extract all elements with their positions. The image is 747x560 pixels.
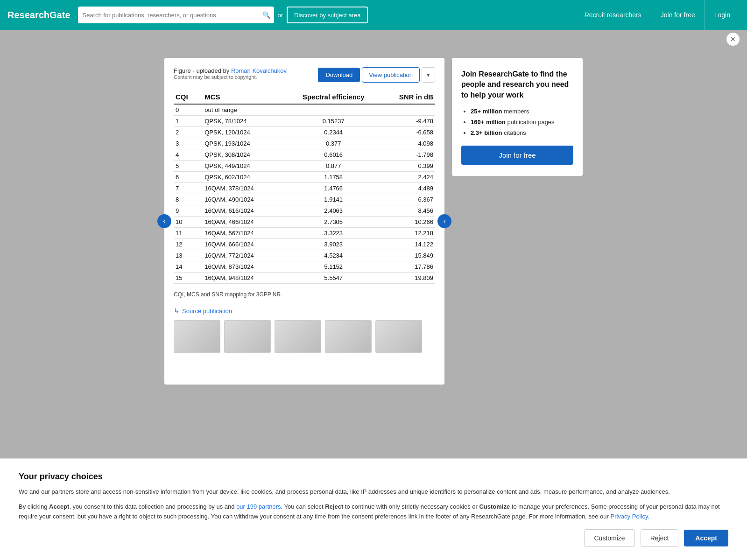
figure-actions: Download View publication ▾ bbox=[318, 67, 435, 83]
figure-caption: CQI, MCS and SNR mapping for 3GPP NR. bbox=[174, 291, 435, 298]
customize-button[interactable]: Customize bbox=[584, 529, 634, 547]
snr-cell: -4.098 bbox=[377, 138, 435, 149]
spec-cell: 5.1152 bbox=[290, 261, 377, 273]
cqi-cell: 8 bbox=[174, 194, 203, 205]
privacy-policy-link[interactable]: Privacy Policy bbox=[610, 513, 648, 520]
figure-panel: ‹ › Figure - uploaded by Roman Kovalchuk… bbox=[164, 58, 444, 385]
thumbnail-row bbox=[174, 320, 435, 353]
snr-cell: 0.399 bbox=[377, 161, 435, 172]
sidebar-stat-item: 2.3+ billion citations bbox=[471, 129, 573, 136]
table-row: 1QPSK, 78/10240.15237-9.478 bbox=[174, 116, 435, 127]
mcs-cell: 16QAM, 466/1024 bbox=[203, 217, 290, 228]
spec-cell: 3.9023 bbox=[290, 239, 377, 250]
thumbnail-2[interactable] bbox=[224, 320, 271, 353]
spec-cell: 0.15237 bbox=[290, 116, 377, 127]
spec-cell: 1.1758 bbox=[290, 172, 377, 183]
privacy-para2: By clicking Accept, you consent to this … bbox=[19, 502, 728, 522]
mcs-cell: 16QAM, 948/1024 bbox=[203, 273, 290, 284]
main-area: ‹ › Figure - uploaded by Roman Kovalchuk… bbox=[0, 30, 747, 385]
partners-link[interactable]: our 199 partners bbox=[236, 503, 281, 510]
prev-button[interactable]: ‹ bbox=[157, 214, 171, 228]
join-for-free-link[interactable]: Join for free bbox=[651, 0, 705, 30]
thumbnail-4[interactable] bbox=[325, 320, 372, 353]
more-button[interactable]: ▾ bbox=[422, 67, 435, 83]
col-snr: SNR in dB bbox=[377, 90, 435, 104]
source-pub-label: Source publication bbox=[182, 308, 232, 315]
mcs-cell: QPSK, 193/1024 bbox=[203, 138, 290, 149]
view-publication-button[interactable]: View publication bbox=[362, 67, 420, 83]
sidebar-title: Join ResearchGate to find the people and… bbox=[461, 69, 573, 100]
snr-cell: 4.489 bbox=[377, 183, 435, 194]
spec-cell: 0.6016 bbox=[290, 149, 377, 161]
header: ResearchGate 🔍 or Discover by subject ar… bbox=[0, 0, 747, 30]
search-icon: 🔍 bbox=[262, 11, 270, 19]
spec-cell: 0.377 bbox=[290, 138, 377, 149]
mcs-cell: 16QAM, 567/1024 bbox=[203, 228, 290, 239]
login-link[interactable]: Login bbox=[705, 0, 740, 30]
accept-button[interactable]: Accept bbox=[684, 530, 728, 546]
discover-button[interactable]: Discover by subject area bbox=[287, 7, 368, 23]
logo: ResearchGate bbox=[7, 10, 70, 21]
figure-meta: Figure - uploaded by Roman Kovalchukov C… bbox=[174, 67, 287, 80]
table-row: 1216QAM, 666/10243.902314.122 bbox=[174, 239, 435, 250]
cqi-cell: 9 bbox=[174, 205, 203, 217]
snr-cell: 8.456 bbox=[377, 205, 435, 217]
spec-cell: 2.7305 bbox=[290, 217, 377, 228]
table-row: 916QAM, 616/10242.40638.456 bbox=[174, 205, 435, 217]
recruit-researchers-link[interactable]: Recruit researchers bbox=[575, 0, 651, 30]
author-link[interactable]: Roman Kovalchukov bbox=[231, 67, 287, 74]
table-row: 1016QAM, 466/10242.730510.266 bbox=[174, 217, 435, 228]
cqi-cell: 15 bbox=[174, 273, 203, 284]
download-button[interactable]: Download bbox=[318, 68, 360, 82]
sidebar-panel: Join ResearchGate to find the people and… bbox=[452, 58, 583, 176]
table-header-row: CQI MCS Spectral efficiency SNR in dB bbox=[174, 90, 435, 104]
snr-cell: 19.809 bbox=[377, 273, 435, 284]
cqi-cell: 6 bbox=[174, 172, 203, 183]
search-input[interactable] bbox=[78, 7, 274, 23]
spec-cell: 2.4063 bbox=[290, 205, 377, 217]
close-icon: ✕ bbox=[730, 35, 736, 43]
reject-button[interactable]: Reject bbox=[641, 529, 679, 547]
col-cqi: CQI bbox=[174, 90, 203, 104]
table-row: 4QPSK, 308/10240.6016-1.798 bbox=[174, 149, 435, 161]
privacy-actions: Customize Reject Accept bbox=[19, 529, 728, 547]
snr-cell bbox=[377, 104, 435, 116]
spec-cell: 0.2344 bbox=[290, 127, 377, 138]
snr-cell: 15.849 bbox=[377, 250, 435, 261]
table-row: 6QPSK, 602/10241.17582.424 bbox=[174, 172, 435, 183]
privacy-banner: Your privacy choices We and our partners… bbox=[0, 458, 747, 560]
close-button[interactable]: ✕ bbox=[726, 33, 740, 46]
table-row: 1516QAM, 948/10245.554719.809 bbox=[174, 273, 435, 284]
mcs-cell: 16QAM, 873/1024 bbox=[203, 261, 290, 273]
thumbnail-5[interactable] bbox=[375, 320, 422, 353]
next-button[interactable]: › bbox=[437, 214, 451, 228]
snr-cell: 10.266 bbox=[377, 217, 435, 228]
cqi-cell: 14 bbox=[174, 261, 203, 273]
mcs-cell: 16QAM, 666/1024 bbox=[203, 239, 290, 250]
source-pub-arrow-icon: ↳ bbox=[174, 307, 179, 315]
cqi-cell: 7 bbox=[174, 183, 203, 194]
privacy-para1: We and our partners store and access non… bbox=[19, 487, 728, 497]
mcs-cell: 16QAM, 490/1024 bbox=[203, 194, 290, 205]
thumbnail-1[interactable] bbox=[174, 320, 220, 353]
uploaded-by-text: Figure - uploaded by Roman Kovalchukov bbox=[174, 67, 287, 74]
cqi-cell: 2 bbox=[174, 127, 203, 138]
cqi-cell: 0 bbox=[174, 104, 203, 116]
cqi-cell: 3 bbox=[174, 138, 203, 149]
table-row: 1316QAM, 772/10244.523415.849 bbox=[174, 250, 435, 261]
privacy-title: Your privacy choices bbox=[19, 472, 728, 482]
source-publication[interactable]: ↳ Source publication bbox=[174, 307, 435, 315]
thumbnail-3[interactable] bbox=[275, 320, 321, 353]
figure-header: Figure - uploaded by Roman Kovalchukov C… bbox=[174, 67, 435, 83]
table-row: 5QPSK, 449/10240.8770.399 bbox=[174, 161, 435, 172]
join-for-free-button[interactable]: Join for free bbox=[461, 146, 573, 165]
cqi-cell: 13 bbox=[174, 250, 203, 261]
or-text: or bbox=[278, 12, 283, 19]
mcs-cell: QPSK, 308/1024 bbox=[203, 149, 290, 161]
cqi-table: CQI MCS Spectral efficiency SNR in dB 0o… bbox=[174, 90, 435, 284]
chevron-left-icon: ‹ bbox=[163, 217, 165, 225]
snr-cell: 17.786 bbox=[377, 261, 435, 273]
table-row: 816QAM, 490/10241.91416.367 bbox=[174, 194, 435, 205]
snr-cell: -1.798 bbox=[377, 149, 435, 161]
col-mcs: MCS bbox=[203, 90, 290, 104]
